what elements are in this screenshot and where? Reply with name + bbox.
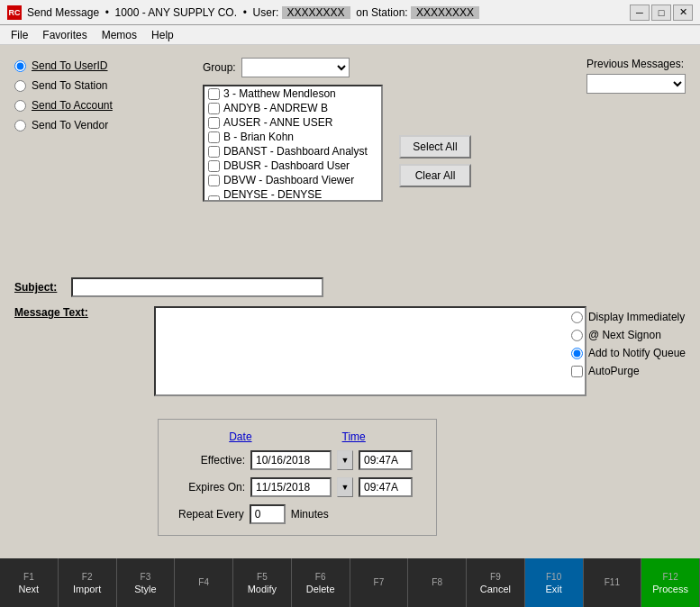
list-item[interactable]: DBVW - Dashboard Viewer — [205, 173, 381, 187]
date-header: Date — [229, 430, 251, 443]
fkey-f7[interactable]: F7 — [350, 558, 409, 607]
fkey-f5-num: F5 — [257, 572, 268, 582]
menu-memos[interactable]: Memos — [95, 27, 144, 43]
effective-date-dropdown[interactable]: ▼ — [337, 450, 353, 470]
user-label-7: DENYSE - DENYSE ISAACSON — [223, 188, 377, 202]
send-to-vendor-option[interactable]: Send To Vendor — [14, 119, 113, 131]
next-signon-radio[interactable] — [571, 330, 583, 341]
add-notify-label: Add to Notify Queue — [588, 347, 686, 359]
send-to-account-option[interactable]: Send To Account — [14, 99, 113, 112]
fkey-f9-num: F9 — [490, 572, 501, 582]
user-checkbox-4[interactable] — [208, 146, 220, 158]
display-immediately-radio[interactable] — [571, 312, 583, 323]
menu-file[interactable]: File — [4, 27, 35, 43]
effective-label: Effective: — [173, 454, 245, 467]
fkey-f5-label: Modify — [248, 584, 277, 594]
send-to-station-radio[interactable] — [14, 80, 26, 92]
fkey-f8[interactable]: F8 — [408, 558, 467, 607]
user-checkbox-1[interactable] — [208, 103, 220, 114]
fkey-f10[interactable]: F10 Exit — [525, 558, 584, 607]
expires-date-dropdown[interactable]: ▼ — [337, 477, 353, 497]
subject-label: Subject: — [14, 281, 64, 294]
send-to-userid-radio[interactable] — [14, 60, 26, 72]
time-header: Time — [342, 430, 366, 443]
menu-help[interactable]: Help — [144, 27, 181, 43]
user-label-0: 3 - Matthew Mendleson — [223, 87, 336, 100]
send-to-vendor-radio[interactable] — [14, 120, 26, 131]
add-notify-radio[interactable] — [571, 348, 583, 359]
group-dropdown[interactable] — [241, 58, 350, 77]
user-checkbox-5[interactable] — [208, 160, 220, 172]
subject-input[interactable] — [71, 277, 323, 297]
list-item[interactable]: AUSER - ANNE USER — [205, 115, 381, 130]
user-checkbox-7[interactable] — [208, 195, 220, 203]
display-immediately-option[interactable]: Display Immediately — [571, 311, 686, 323]
fkey-f4-num: F4 — [198, 577, 209, 587]
message-label: Message Text: — [14, 306, 88, 393]
previous-messages-label: Previous Messages: — [586, 58, 686, 70]
repeat-input[interactable] — [250, 504, 286, 524]
fkey-f11[interactable]: F11 — [584, 558, 642, 607]
fkey-bar: F1 Next F2 Import F3 Style F4 F5 Modify … — [0, 558, 700, 607]
subject-section: Subject: — [14, 277, 323, 297]
select-all-button[interactable]: Select All — [399, 135, 471, 159]
fkey-f10-num: F10 — [546, 572, 561, 582]
minimize-button[interactable]: ─ — [630, 5, 650, 21]
send-to-userid-label: Send To UserID — [32, 59, 108, 72]
expires-label: Expires On: — [173, 481, 245, 494]
user-label-6: DBVW - Dashboard Viewer — [223, 174, 354, 186]
fkey-f12-num: F12 — [663, 572, 678, 582]
fkey-f9[interactable]: F9 Cancel — [467, 558, 525, 607]
list-item[interactable]: DBANST - Dashboard Analyst — [205, 144, 381, 159]
list-item[interactable]: DENYSE - DENYSE ISAACSON — [205, 187, 381, 202]
menu-bar: File Favorites Memos Help — [0, 25, 700, 45]
fkey-f4[interactable]: F4 — [175, 558, 233, 607]
auto-purge-checkbox[interactable] — [571, 366, 583, 377]
list-item[interactable]: DBUSR - Dashboard User — [205, 159, 381, 173]
main-content: Send To UserID Send To Station Send To A… — [0, 45, 700, 576]
list-item[interactable]: B - Brian Kohn — [205, 130, 381, 144]
add-notify-option[interactable]: Add to Notify Queue — [571, 347, 686, 359]
app-icon: RC — [7, 5, 22, 20]
effective-row: Effective: ▼ — [173, 450, 422, 470]
menu-favorites[interactable]: Favorites — [35, 27, 94, 43]
user-list[interactable]: 3 - Matthew Mendleson ANDYB - ANDREW B A… — [203, 85, 383, 202]
send-to-userid-option[interactable]: Send To UserID — [14, 59, 113, 72]
title-bar: RC Send Message • 1000 - ANY SUPPLY CO. … — [0, 0, 700, 25]
fkey-f6[interactable]: F6 Delete — [292, 558, 350, 607]
user-checkbox-3[interactable] — [208, 131, 220, 143]
list-item[interactable]: 3 - Matthew Mendleson — [205, 86, 381, 101]
maximize-button[interactable]: □ — [651, 5, 671, 21]
user-checkbox-6[interactable] — [208, 175, 220, 186]
user-label-3: B - Brian Kohn — [223, 131, 294, 143]
fkey-f3[interactable]: F3 Style — [117, 558, 176, 607]
clear-all-button[interactable]: Clear All — [399, 164, 471, 187]
previous-messages-dropdown[interactable] — [586, 74, 686, 94]
expires-time-input[interactable] — [359, 477, 413, 497]
fkey-f6-num: F6 — [315, 572, 326, 582]
fkey-f12[interactable]: F12 Process — [641, 558, 700, 607]
fkey-f2[interactable]: F2 Import — [59, 558, 117, 607]
message-section: Message Text: — [14, 306, 586, 396]
user-checkbox-0[interactable] — [208, 88, 220, 100]
fkey-f2-label: Import — [73, 584, 101, 594]
fkey-f3-label: Style — [134, 584, 156, 594]
message-textarea[interactable] — [154, 306, 586, 396]
effective-date-input[interactable] — [250, 450, 332, 470]
send-to-station-option[interactable]: Send To Station — [14, 79, 113, 92]
next-signon-option[interactable]: @ Next Signon — [571, 329, 686, 341]
send-to-vendor-label: Send To Vendor — [32, 119, 108, 131]
close-button[interactable]: ✕ — [673, 5, 693, 21]
user-checkbox-2[interactable] — [208, 117, 220, 129]
effective-time-input[interactable] — [359, 450, 413, 470]
fkey-f2-num: F2 — [82, 572, 93, 582]
display-options: Display Immediately @ Next Signon Add to… — [571, 311, 686, 377]
expires-date-input[interactable] — [250, 477, 332, 497]
fkey-f5[interactable]: F5 Modify — [233, 558, 292, 607]
list-item[interactable]: ANDYB - ANDREW B — [205, 101, 381, 115]
display-immediately-label: Display Immediately — [588, 311, 685, 323]
fkey-f10-label: Exit — [545, 584, 561, 594]
fkey-f1[interactable]: F1 Next — [0, 558, 59, 607]
auto-purge-option[interactable]: AutoPurge — [571, 365, 686, 377]
send-to-account-radio[interactable] — [14, 100, 26, 112]
